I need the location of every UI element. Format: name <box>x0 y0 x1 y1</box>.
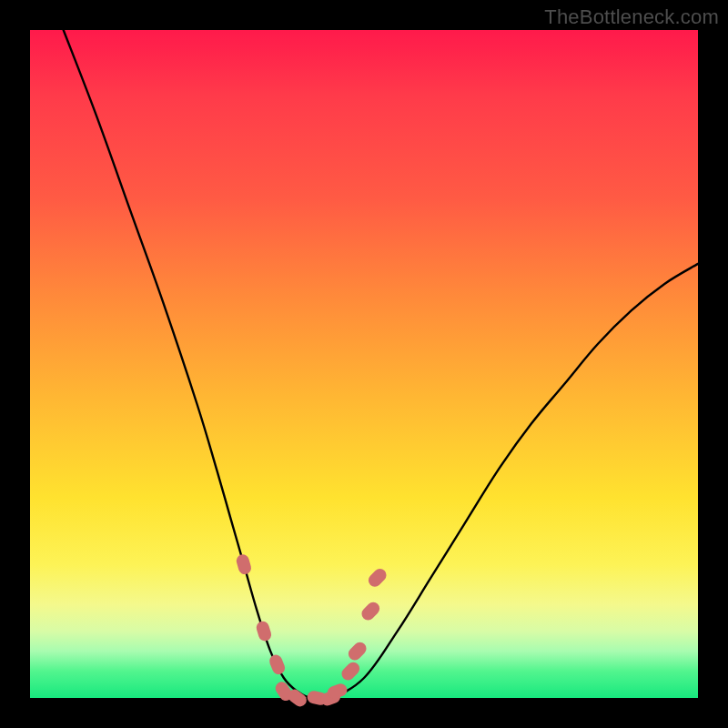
curve-marker <box>235 553 252 576</box>
bottleneck-curve <box>30 30 698 698</box>
curve-marker <box>268 652 287 676</box>
chart-frame: TheBottleneck.com <box>0 0 728 728</box>
curve-marker <box>339 660 362 682</box>
curve-marker <box>255 620 273 642</box>
plot-area <box>30 30 698 698</box>
curve-marker <box>366 566 389 589</box>
curve-marker <box>346 640 369 662</box>
curve-marker <box>359 600 382 622</box>
watermark-text: TheBottleneck.com <box>544 5 719 29</box>
